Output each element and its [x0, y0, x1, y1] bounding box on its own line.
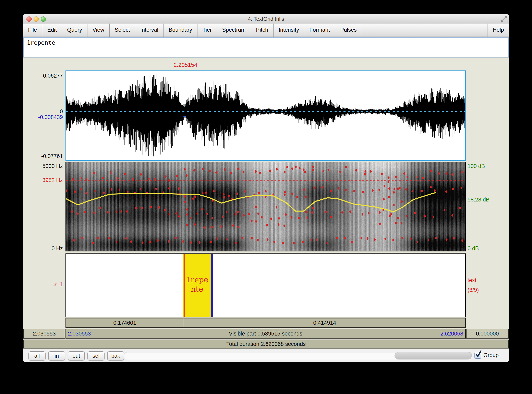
menu-item-pulses[interactable]: Pulses: [335, 24, 362, 36]
cursor-time-label: 2.205154: [160, 62, 211, 68]
amplitude-max-label: 0.06277: [23, 73, 63, 79]
all-button[interactable]: all: [28, 351, 46, 360]
menu-item-edit[interactable]: Edit: [42, 24, 62, 36]
intensity-min-label: 0 dB: [468, 245, 508, 251]
menu-item-pitch[interactable]: Pitch: [251, 24, 274, 36]
desktop-background: 4. TextGrid trills FileEditQueryViewSele…: [0, 0, 532, 394]
menu-item-formant[interactable]: Formant: [304, 24, 335, 36]
menu-item-file[interactable]: File: [23, 24, 42, 36]
frequency-min-label: 0 Hz: [23, 245, 63, 251]
intensity-max-label: 100 dB: [468, 163, 508, 169]
waveform-cursor-marker: [183, 116, 186, 117]
footer-bar: allinoutselbak Group: [23, 349, 509, 362]
sel-button[interactable]: sel: [87, 351, 105, 360]
spectrogram-plot: [66, 162, 465, 251]
resize-arrows-icon[interactable]: [500, 16, 507, 22]
out-button[interactable]: out: [68, 351, 85, 360]
horizontal-scrollbar-thumb[interactable]: [394, 352, 472, 359]
spectrogram-cursor-line[interactable]: [185, 162, 185, 251]
pointing-hand-icon: ☞: [52, 281, 58, 288]
frequency-max-label: 5000 Hz: [23, 163, 63, 169]
right-duration-segment[interactable]: 0.414914: [184, 318, 465, 327]
waveform-plot: [66, 71, 465, 160]
tier-panel[interactable]: 1repente: [65, 254, 466, 317]
waveform-panel[interactable]: [65, 70, 466, 161]
group-checkbox[interactable]: [474, 352, 481, 359]
menu-item-spectrum[interactable]: Spectrum: [217, 24, 251, 36]
menu-item-help[interactable]: Help: [487, 24, 509, 36]
total-duration-bar[interactable]: Total duration 2.620068 seconds: [23, 340, 509, 348]
group-checkbox-label: Group: [483, 352, 499, 359]
amplitude-cursor-label: -0.008439: [23, 114, 63, 120]
tier-number: 1: [59, 281, 63, 288]
bak-button[interactable]: bak: [107, 351, 124, 360]
menu-item-boundary[interactable]: Boundary: [164, 24, 197, 36]
menu-bar: FileEditQueryViewSelectIntervalBoundaryT…: [23, 24, 509, 37]
menu-item-intensity[interactable]: Intensity: [274, 24, 304, 36]
amplitude-zero-label: 0: [23, 109, 63, 114]
menu-item-view[interactable]: View: [87, 24, 110, 36]
waveform-cursor-line[interactable]: [185, 71, 185, 160]
in-button[interactable]: in: [48, 351, 65, 360]
window-end-time[interactable]: 0.000000: [466, 329, 509, 339]
tier-number-label[interactable]: ☞ 1: [23, 281, 63, 287]
frequency-cursor-label: 3982 Hz: [23, 177, 63, 183]
window-start-time[interactable]: 2.030553: [23, 329, 65, 339]
tier-type-label: text: [468, 277, 508, 283]
menu-item-tier[interactable]: Tier: [197, 24, 217, 36]
horizontal-scrollbar-track[interactable]: [124, 352, 472, 360]
visible-end-time: 2.620068: [440, 329, 463, 338]
menu-item-query[interactable]: Query: [62, 24, 87, 36]
spectrogram-panel[interactable]: [65, 162, 466, 251]
title-bar[interactable]: 4. TextGrid trills: [23, 14, 509, 24]
interval-boundary[interactable]: [211, 254, 213, 317]
visible-part-bar[interactable]: 2.030553 Visible part 0.589515 seconds 2…: [65, 329, 466, 339]
left-duration-segment[interactable]: 0.174601: [66, 318, 184, 327]
selection-duration-bar: 0.174601 0.414914: [65, 318, 466, 328]
spectrogram-cursor-frequency-line: [66, 180, 465, 181]
amplitude-min-label: -0.07761: [23, 153, 63, 159]
selected-interval-text[interactable]: 1repente: [183, 275, 211, 294]
praat-textgrid-window: 4. TextGrid trills FileEditQueryViewSele…: [23, 14, 509, 362]
visible-part-label: Visible part 0.589515 seconds: [66, 329, 465, 338]
tier-position-label: (8/9): [468, 287, 508, 293]
menu-item-interval[interactable]: Interval: [135, 24, 164, 36]
interval-text-input[interactable]: 1repente: [23, 37, 509, 57]
menu-item-select[interactable]: Select: [110, 24, 135, 36]
checkmark-icon: [474, 350, 483, 359]
waveform-zero-line: [66, 111, 465, 112]
window-title: 4. TextGrid trills: [23, 14, 509, 24]
intensity-cursor-label: 58.28 dB: [468, 197, 508, 203]
